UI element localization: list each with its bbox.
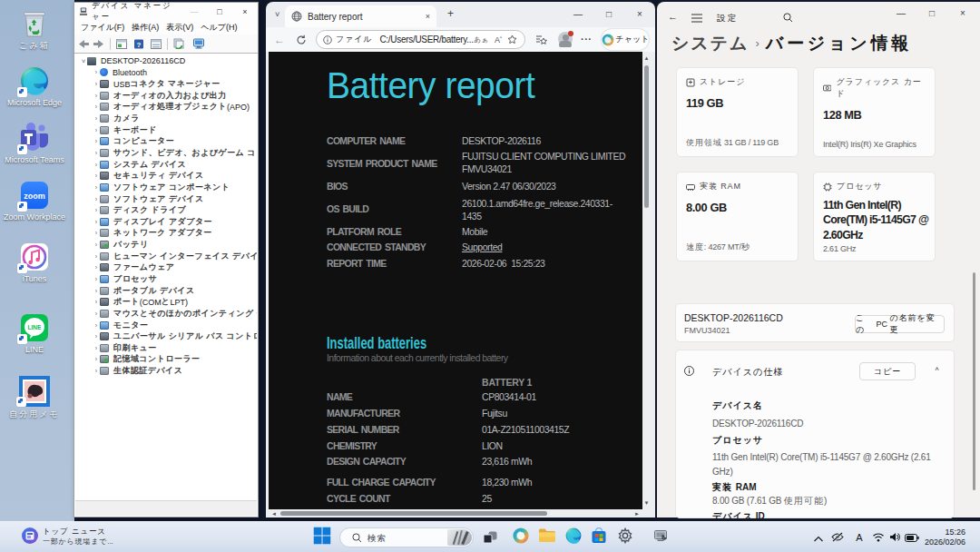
svg-text:?: ? [137, 40, 142, 48]
svg-text:zoom: zoom [24, 192, 45, 201]
svg-text:LINE: LINE [28, 324, 42, 330]
